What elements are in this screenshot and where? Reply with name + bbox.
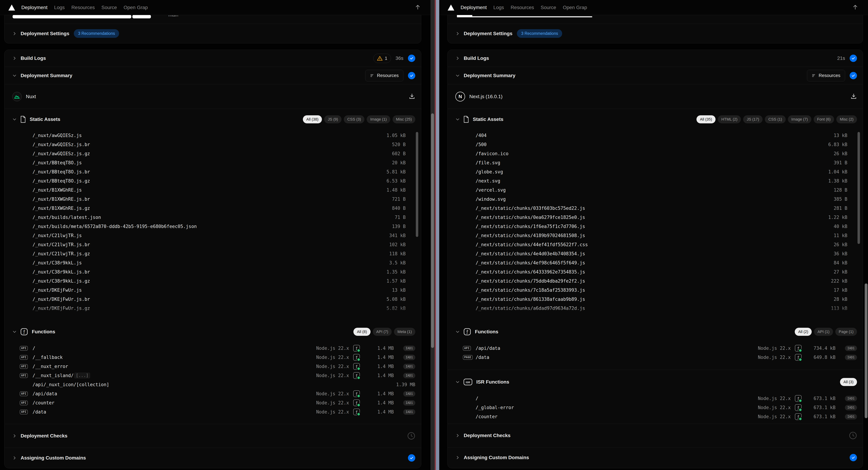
asset-path: /favicon.ico (476, 151, 508, 156)
region-badge: IAD1 (845, 355, 857, 360)
nav-tab[interactable]: Open Grap (563, 5, 587, 10)
asset-size: 6.53 kB (386, 178, 406, 183)
deployment-checks-header[interactable]: Deployment Checks (447, 424, 863, 447)
chevron-down-icon (455, 329, 460, 334)
success-check-icon (850, 72, 857, 79)
asset-size: 520 B (392, 142, 406, 147)
filter-pill[interactable]: All (38) (303, 115, 322, 123)
filter-pill[interactable]: Misc (2) (836, 115, 857, 123)
function-type-slot: PAGE (463, 355, 476, 360)
deployment-settings-header[interactable]: Deployment Settings 3 Recommendations (447, 24, 863, 43)
resources-button[interactable]: Resources (365, 70, 403, 81)
download-icon[interactable] (850, 93, 857, 100)
function-filter-pills: All (8)API (7)Meta (1) (353, 328, 415, 336)
asset-list-scrollbar[interactable] (415, 132, 418, 318)
filter-pill[interactable]: Misc (25) (393, 115, 415, 123)
filter-pill[interactable]: Font (6) (814, 115, 834, 123)
isr-function-row[interactable]: /_global-error Node.js 22.x ƒ 673.1 kB I… (447, 403, 863, 412)
filter-pill[interactable]: HTML (2) (718, 115, 741, 123)
filter-pill[interactable]: CSS (1) (765, 115, 785, 123)
custom-domains-header[interactable]: Assigning Custom Domains (447, 447, 863, 468)
page-content: Deployment Settings 3 Recommendations Bu… (439, 15, 868, 470)
filter-pill[interactable]: All (3) (840, 378, 857, 386)
function-row[interactable]: API / Node.js 22.x ƒ 1.4 MB IAD1 (4, 344, 421, 353)
function-row[interactable]: API /__nuxt_error Node.js 22.x ƒ 1.4 MB … (4, 362, 421, 371)
asset-path: /_nuxt/B1XWGhRE.js.gz (33, 206, 90, 211)
functions-header[interactable]: ƒ Functions All (2)API (1)Page (1) (447, 320, 863, 344)
vercel-logo-icon (447, 4, 455, 11)
filter-pill[interactable]: Meta (1) (394, 328, 415, 336)
scrollbar-thumb[interactable] (416, 132, 418, 237)
asset-size: 222 kB (831, 278, 847, 284)
isr-function-row[interactable]: / Node.js 22.x ƒ 673.1 kB IAD1 (447, 394, 863, 403)
deployment-settings-header[interactable]: Deployment Settings 3 Recommendations (4, 24, 421, 43)
nav-tab[interactable]: Logs (493, 5, 504, 10)
recommendations-badge[interactable]: 3 Recommendations (517, 29, 562, 38)
asset-size: 391 B (834, 160, 847, 165)
filter-pill[interactable]: Image (1) (367, 115, 390, 123)
nav-tab[interactable]: Resources (71, 5, 95, 10)
scrollbar-thumb[interactable] (431, 113, 434, 348)
asset-size: 71 B (395, 215, 406, 220)
scroll-to-top-icon[interactable] (414, 4, 421, 11)
deployment-summary-header[interactable]: Deployment Summary Resources (447, 67, 863, 84)
framework-row: Nuxt (4, 84, 421, 109)
function-runtime-icon: ƒ (795, 404, 802, 411)
scrollbar-thumb[interactable] (858, 132, 860, 244)
function-row[interactable]: API /api/data Node.js 22.x ƒ 734.4 kB IA… (447, 344, 863, 353)
function-runtime-icon: ƒ (353, 409, 360, 415)
filter-pill[interactable]: Page (1) (835, 328, 857, 336)
static-assets-header[interactable]: Static Assets All (38)JS (9)CSS (3)Image… (4, 109, 421, 130)
filter-pill[interactable]: Image (7) (788, 115, 811, 123)
nav-tab[interactable]: Deployment (461, 5, 487, 10)
function-row[interactable]: /api/_nuxt_icon/[collection] ƒ 1.39 MB (4, 380, 421, 389)
runtime-label: Node.js 22.x (316, 364, 349, 369)
nav-tab[interactable]: Logs (54, 5, 65, 10)
custom-domains-header[interactable]: Assigning Custom Domains (4, 448, 421, 468)
asset-size: 118 kB (389, 251, 406, 256)
filter-pill[interactable]: API (7) (373, 328, 392, 336)
deployment-summary-header[interactable]: Deployment Summary Resources (4, 67, 421, 84)
asset-path: /_nuxt/BBteqT8O.js.gz (33, 178, 90, 183)
function-row[interactable]: API /__fallback Node.js 22.x ƒ 1.4 MB IA… (4, 353, 421, 362)
function-row[interactable]: API /api/data Node.js 22.x ƒ 1.4 MB IAD1 (4, 389, 421, 398)
asset-list-scrollbar[interactable] (857, 132, 860, 318)
success-check-icon (850, 454, 857, 461)
nav-tab[interactable]: Source (541, 5, 556, 10)
filter-pill[interactable]: All (8) (353, 328, 370, 336)
functions-header[interactable]: ƒ Functions All (8)API (7)Meta (1) (4, 320, 421, 344)
isr-function-row[interactable]: /counter Node.js 22.x ƒ 673.1 kB IAD1 (447, 412, 863, 421)
asset-row: /_nuxt/C21lwjTR.js.gz 118 kB (4, 249, 421, 258)
filter-pill[interactable]: JS (9) (324, 115, 341, 123)
resources-button[interactable]: Resources (807, 70, 845, 81)
nav-tab[interactable]: Source (101, 5, 117, 10)
function-row[interactable]: API /counter Node.js 22.x ƒ 1.4 MB IAD1 (4, 398, 421, 407)
filter-pill[interactable]: All (35) (696, 115, 716, 123)
nav-tab[interactable]: Deployment (21, 5, 48, 10)
function-path: / (33, 346, 35, 351)
left-window-scrollbar[interactable] (431, 0, 435, 470)
build-warnings-badge[interactable]: 1 (373, 54, 391, 63)
build-logs-header[interactable]: Build Logs 1 36s (4, 50, 421, 67)
filter-pill[interactable]: All (2) (795, 328, 812, 336)
dynamic-segment: [...] (74, 373, 90, 378)
nav-tab[interactable]: Resources (510, 5, 534, 10)
right-window-scrollbar-thumb[interactable] (865, 284, 867, 418)
nav-tab[interactable]: Open Grap (124, 5, 148, 10)
recommendations-badge[interactable]: 3 Recommendations (74, 29, 119, 38)
filter-pill[interactable]: CSS (3) (344, 115, 364, 123)
asset-path: /_next/static/chunks/1f6ea75f1c7d7706.js (476, 224, 585, 229)
download-icon[interactable] (409, 93, 415, 100)
build-logs-header[interactable]: Build Logs 21s (447, 50, 863, 67)
function-row[interactable]: API /__nuxt_island/[...] Node.js 22.x ƒ … (4, 371, 421, 380)
static-assets-header[interactable]: Static Assets All (35)HTML (2)JS (17)CSS… (447, 109, 863, 130)
filter-pill[interactable]: JS (17) (743, 115, 763, 123)
function-row[interactable]: API /data Node.js 22.x ƒ 1.4 MB IAD1 (4, 407, 421, 416)
region-badge: IAD1 (403, 409, 415, 415)
isr-functions-header[interactable]: ISR ISR Functions All (3) (447, 370, 863, 394)
asset-path: /window.svg (476, 197, 506, 202)
scroll-to-top-icon[interactable] (852, 4, 859, 11)
filter-pill[interactable]: API (1) (814, 328, 833, 336)
deployment-checks-header[interactable]: Deployment Checks (4, 424, 421, 448)
function-row[interactable]: PAGE /data Node.js 22.x ƒ 649.8 kB IAD1 (447, 353, 863, 362)
